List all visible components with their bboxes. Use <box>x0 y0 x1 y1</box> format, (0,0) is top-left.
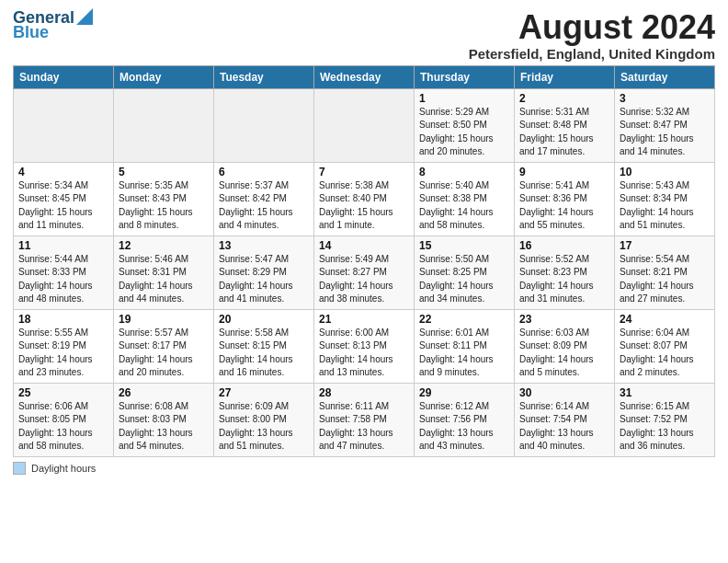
calendar-cell <box>14 88 114 162</box>
day-number: 8 <box>419 166 509 178</box>
day-number: 4 <box>18 166 108 178</box>
day-info: Sunrise: 5:40 AM Sunset: 8:38 PM Dayligh… <box>419 179 509 233</box>
day-info: Sunrise: 6:09 AM Sunset: 8:00 PM Dayligh… <box>219 400 309 454</box>
page: General Blue August 2024 Petersfield, En… <box>0 0 728 563</box>
day-info: Sunrise: 5:43 AM Sunset: 8:34 PM Dayligh… <box>620 179 710 233</box>
calendar-cell: 6Sunrise: 5:37 AM Sunset: 8:42 PM Daylig… <box>214 162 314 236</box>
logo: General Blue <box>13 9 93 42</box>
calendar-cell <box>114 88 214 162</box>
day-info: Sunrise: 6:06 AM Sunset: 8:05 PM Dayligh… <box>18 400 108 454</box>
calendar-cell: 3Sunrise: 5:32 AM Sunset: 8:47 PM Daylig… <box>615 88 715 162</box>
calendar-cell: 30Sunrise: 6:14 AM Sunset: 7:54 PM Dayli… <box>515 383 615 456</box>
col-wednesday: Wednesday <box>314 65 415 88</box>
day-info: Sunrise: 5:35 AM Sunset: 8:43 PM Dayligh… <box>119 179 209 233</box>
day-info: Sunrise: 6:01 AM Sunset: 8:11 PM Dayligh… <box>419 327 509 380</box>
day-number: 22 <box>419 313 509 326</box>
calendar-cell: 11Sunrise: 5:44 AM Sunset: 8:33 PM Dayli… <box>14 236 114 309</box>
day-info: Sunrise: 6:00 AM Sunset: 8:13 PM Dayligh… <box>319 327 409 380</box>
day-number: 18 <box>18 313 108 326</box>
calendar-cell: 29Sunrise: 6:12 AM Sunset: 7:56 PM Dayli… <box>415 383 515 456</box>
day-number: 17 <box>620 239 710 252</box>
day-number: 13 <box>219 239 309 252</box>
day-info: Sunrise: 5:54 AM Sunset: 8:21 PM Dayligh… <box>620 253 710 306</box>
day-number: 24 <box>620 313 710 326</box>
day-info: Sunrise: 5:46 AM Sunset: 8:31 PM Dayligh… <box>119 253 209 306</box>
day-info: Sunrise: 5:58 AM Sunset: 8:15 PM Dayligh… <box>219 327 309 380</box>
calendar-cell: 13Sunrise: 5:47 AM Sunset: 8:29 PM Dayli… <box>214 236 314 309</box>
day-number: 28 <box>319 386 409 399</box>
calendar-cell: 16Sunrise: 5:52 AM Sunset: 8:23 PM Dayli… <box>515 236 615 309</box>
day-number: 5 <box>119 166 209 178</box>
day-number: 31 <box>620 386 710 399</box>
day-number: 9 <box>519 166 609 178</box>
col-friday: Friday <box>515 65 615 88</box>
calendar: Sunday Monday Tuesday Wednesday Thursday… <box>13 65 715 457</box>
day-number: 7 <box>319 166 409 178</box>
calendar-week-3: 11Sunrise: 5:44 AM Sunset: 8:33 PM Dayli… <box>14 236 715 309</box>
calendar-cell: 28Sunrise: 6:11 AM Sunset: 7:58 PM Dayli… <box>314 383 415 456</box>
calendar-cell: 1Sunrise: 5:29 AM Sunset: 8:50 PM Daylig… <box>415 88 515 162</box>
day-number: 6 <box>219 166 309 178</box>
day-number: 23 <box>519 313 609 326</box>
day-info: Sunrise: 6:12 AM Sunset: 7:56 PM Dayligh… <box>419 400 509 454</box>
day-number: 27 <box>219 386 309 399</box>
calendar-week-1: 1Sunrise: 5:29 AM Sunset: 8:50 PM Daylig… <box>14 88 715 162</box>
calendar-cell: 21Sunrise: 6:00 AM Sunset: 8:13 PM Dayli… <box>314 309 415 383</box>
day-number: 20 <box>219 313 309 326</box>
subtitle: Petersfield, England, United Kingdom <box>469 46 715 62</box>
calendar-cell: 19Sunrise: 5:57 AM Sunset: 8:17 PM Dayli… <box>114 309 214 383</box>
calendar-cell: 25Sunrise: 6:06 AM Sunset: 8:05 PM Dayli… <box>14 383 114 456</box>
legend-label: Daylight hours <box>31 463 96 474</box>
main-title: August 2024 <box>469 9 715 46</box>
calendar-cell: 2Sunrise: 5:31 AM Sunset: 8:48 PM Daylig… <box>515 88 615 162</box>
calendar-cell: 27Sunrise: 6:09 AM Sunset: 8:00 PM Dayli… <box>214 383 314 456</box>
calendar-cell: 18Sunrise: 5:55 AM Sunset: 8:19 PM Dayli… <box>14 309 114 383</box>
footer: Daylight hours <box>13 462 715 475</box>
calendar-cell: 17Sunrise: 5:54 AM Sunset: 8:21 PM Dayli… <box>615 236 715 309</box>
svg-marker-0 <box>76 8 93 25</box>
calendar-cell: 12Sunrise: 5:46 AM Sunset: 8:31 PM Dayli… <box>114 236 214 309</box>
calendar-cell: 9Sunrise: 5:41 AM Sunset: 8:36 PM Daylig… <box>515 162 615 236</box>
day-number: 21 <box>319 313 409 326</box>
day-number: 11 <box>18 239 108 252</box>
calendar-cell: 20Sunrise: 5:58 AM Sunset: 8:15 PM Dayli… <box>214 309 314 383</box>
day-info: Sunrise: 6:14 AM Sunset: 7:54 PM Dayligh… <box>519 400 609 454</box>
calendar-cell: 23Sunrise: 6:03 AM Sunset: 8:09 PM Dayli… <box>515 309 615 383</box>
day-number: 12 <box>119 239 209 252</box>
day-info: Sunrise: 6:03 AM Sunset: 8:09 PM Dayligh… <box>519 327 609 380</box>
calendar-week-2: 4Sunrise: 5:34 AM Sunset: 8:45 PM Daylig… <box>14 162 715 236</box>
calendar-week-4: 18Sunrise: 5:55 AM Sunset: 8:19 PM Dayli… <box>14 309 715 383</box>
calendar-cell: 15Sunrise: 5:50 AM Sunset: 8:25 PM Dayli… <box>415 236 515 309</box>
calendar-cell <box>214 88 314 162</box>
day-number: 29 <box>419 386 509 399</box>
day-info: Sunrise: 5:29 AM Sunset: 8:50 PM Dayligh… <box>419 106 509 159</box>
day-number: 19 <box>119 313 209 326</box>
header: General Blue August 2024 Petersfield, En… <box>13 9 715 62</box>
day-info: Sunrise: 5:52 AM Sunset: 8:23 PM Dayligh… <box>519 253 609 306</box>
day-number: 30 <box>519 386 609 399</box>
day-info: Sunrise: 6:04 AM Sunset: 8:07 PM Dayligh… <box>620 327 710 380</box>
day-number: 26 <box>119 386 209 399</box>
day-info: Sunrise: 5:32 AM Sunset: 8:47 PM Dayligh… <box>620 106 710 159</box>
day-number: 16 <box>519 239 609 252</box>
col-tuesday: Tuesday <box>214 65 314 88</box>
calendar-cell: 8Sunrise: 5:40 AM Sunset: 8:38 PM Daylig… <box>415 162 515 236</box>
day-info: Sunrise: 5:49 AM Sunset: 8:27 PM Dayligh… <box>319 253 409 306</box>
day-number: 14 <box>319 239 409 252</box>
day-info: Sunrise: 5:37 AM Sunset: 8:42 PM Dayligh… <box>219 179 309 233</box>
col-sunday: Sunday <box>14 65 114 88</box>
day-number: 10 <box>620 166 710 178</box>
col-monday: Monday <box>114 65 214 88</box>
calendar-cell: 7Sunrise: 5:38 AM Sunset: 8:40 PM Daylig… <box>314 162 415 236</box>
day-info: Sunrise: 5:41 AM Sunset: 8:36 PM Dayligh… <box>519 179 609 233</box>
calendar-cell: 22Sunrise: 6:01 AM Sunset: 8:11 PM Dayli… <box>415 309 515 383</box>
calendar-week-5: 25Sunrise: 6:06 AM Sunset: 8:05 PM Dayli… <box>14 383 715 456</box>
day-info: Sunrise: 5:38 AM Sunset: 8:40 PM Dayligh… <box>319 179 409 233</box>
day-number: 3 <box>620 92 710 105</box>
day-number: 25 <box>18 386 108 399</box>
day-info: Sunrise: 6:11 AM Sunset: 7:58 PM Dayligh… <box>319 400 409 454</box>
logo-arrow-icon <box>76 8 93 25</box>
title-area: August 2024 Petersfield, England, United… <box>469 9 715 62</box>
day-info: Sunrise: 6:15 AM Sunset: 7:52 PM Dayligh… <box>620 400 710 454</box>
legend-color-box <box>13 462 26 475</box>
